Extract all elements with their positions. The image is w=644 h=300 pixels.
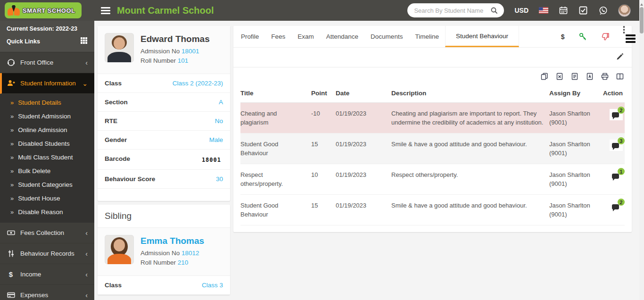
quick-links-grid-icon[interactable]	[80, 37, 88, 46]
comments-button[interactable]: 2	[610, 201, 623, 212]
edit-pencil-icon[interactable]	[616, 53, 623, 62]
cell-assign-by: Jason Sharlton (9001)	[549, 164, 596, 195]
sidebar-toggle-icon[interactable]	[101, 7, 110, 14]
cell-date: 01/19/2023	[336, 103, 391, 133]
sidebar-subitem-online-admission[interactable]: »Online Admission	[0, 123, 94, 137]
print-icon[interactable]	[600, 72, 610, 81]
scroll-up-arrow-icon[interactable]	[640, 2, 643, 6]
scrollbar-thumb[interactable]	[640, 7, 644, 33]
sidebar-item-income[interactable]: Income ‹	[0, 264, 94, 285]
calendar-icon[interactable]	[559, 6, 568, 15]
search-input[interactable]	[414, 7, 489, 14]
double-arrow-icon: »	[10, 99, 14, 106]
chat-phone-icon[interactable]	[598, 6, 608, 15]
export-csv-icon[interactable]	[570, 72, 580, 81]
admission-no-value[interactable]: 18001	[182, 48, 199, 55]
sidebar-item-behaviour-records[interactable]: Behaviour Records ‹	[0, 243, 94, 264]
current-session-label: Current Session: 2022-23	[7, 25, 88, 32]
currency-selector[interactable]: USD	[514, 7, 528, 14]
cell-description: Smile & have a good attitude and good be…	[391, 133, 549, 164]
sidebar-item-fees-collection[interactable]: Fees Collection ‹	[0, 223, 94, 243]
comment-count-badge: 2	[618, 199, 625, 206]
tab-attendance[interactable]: Attendance	[320, 26, 364, 47]
field-label: Class	[105, 80, 122, 87]
sidebar-subitem-disabled-students[interactable]: »Disabled Students	[0, 137, 94, 150]
quick-links-label: Quick Links	[7, 38, 40, 45]
admission-no-label: Admission No	[140, 250, 180, 257]
table-row: Respect others/property. 10 01/19/2023 R…	[240, 164, 625, 195]
book-pen-logo-icon	[8, 5, 20, 16]
field-value: A	[219, 99, 223, 106]
disable-thumbs-down-icon[interactable]	[594, 26, 616, 47]
todo-check-icon[interactable]	[578, 6, 588, 15]
tab-profile[interactable]: Profile	[235, 26, 265, 47]
sidebar-item-label: Behaviour Records	[20, 250, 85, 257]
comment-count-badge: 3	[618, 137, 625, 144]
school-name-title: Mount Carmel School	[117, 5, 214, 16]
page-scrollbar[interactable]	[639, 0, 644, 300]
export-pdf-icon[interactable]	[585, 72, 595, 81]
chevron-left-icon: ‹	[85, 59, 88, 66]
sidebar-item-front-office[interactable]: Front Office ‹	[0, 52, 94, 73]
column-header-action: Action	[596, 85, 625, 103]
table-row: Student Good Behaviour 15 01/19/2023 Smi…	[240, 133, 625, 164]
search-icon[interactable]	[489, 6, 499, 15]
comments-button[interactable]: 3	[610, 140, 623, 151]
sidebar-subitem-student-details[interactable]: »Student Details	[0, 96, 94, 109]
comments-button[interactable]: 2	[610, 109, 623, 120]
sidebar-subitem-student-categories[interactable]: »Student Categories	[0, 178, 94, 192]
table-row: Cheating and plagiarism -10 01/19/2023 C…	[240, 103, 625, 133]
sidebar-item-student-information[interactable]: Student Information ⌄	[0, 73, 94, 94]
export-copy-icon[interactable]	[539, 72, 550, 81]
double-arrow-icon: »	[10, 167, 14, 175]
column-header-assign-by[interactable]: Assign By	[549, 85, 596, 103]
fees-dollar-icon[interactable]: $	[554, 26, 572, 47]
chevron-down-icon: ⌄	[82, 80, 88, 87]
menu-bars-icon[interactable]	[626, 34, 636, 43]
cell-assign-by: Jason Sharlton (9001)	[549, 103, 596, 133]
sidebar-subitem-disable-reason[interactable]: »Disable Reason	[0, 205, 94, 219]
comments-button[interactable]: 1	[610, 170, 623, 182]
admission-no-label: Admission No	[140, 48, 180, 55]
field-row-sibling-class: Class Class 3	[98, 276, 230, 295]
column-header-title[interactable]: Title	[240, 85, 311, 103]
login-key-icon[interactable]	[572, 26, 594, 47]
export-excel-icon[interactable]	[554, 72, 565, 81]
user-avatar[interactable]	[618, 4, 631, 17]
subitem-label: Bulk Delete	[18, 167, 50, 175]
tab-exam[interactable]: Exam	[291, 26, 320, 47]
sidebar-subitem-bulk-delete[interactable]: »Bulk Delete	[0, 164, 94, 178]
roll-number-value: 101	[178, 57, 189, 64]
tab-timeline[interactable]: Timeline	[409, 26, 445, 47]
cell-title: Student Good Behaviour	[240, 195, 311, 225]
subitem-label: Student Details	[18, 99, 61, 106]
sidebar-subitem-student-admission[interactable]: »Student Admission	[0, 109, 94, 123]
field-label: Gender	[105, 136, 127, 143]
sibling-name-link[interactable]: Emma Thomas	[140, 236, 204, 246]
banknote-icon	[7, 229, 15, 237]
roll-number-value: 210	[178, 259, 189, 266]
tab-fees[interactable]: Fees	[265, 26, 291, 47]
tab-student-behaviour[interactable]: Student Behaviour	[445, 26, 519, 47]
roll-number-label: Roll Number	[140, 259, 176, 266]
comment-bubble-icon	[612, 112, 619, 117]
export-toolbar	[233, 67, 632, 84]
logo-text: SMART SCHOOL	[23, 7, 75, 14]
field-label: Barcode	[105, 155, 130, 162]
field-label: Class	[105, 282, 122, 289]
double-arrow-icon: »	[10, 113, 14, 120]
column-header-description[interactable]: Description	[391, 85, 549, 103]
column-visibility-icon[interactable]	[615, 72, 625, 81]
column-header-date[interactable]: Date	[336, 85, 391, 103]
tab-documents[interactable]: Documents	[364, 26, 409, 47]
app-logo[interactable]: SMART SCHOOL	[0, 0, 94, 21]
table-header-row: Title Point Date Description Assign By A…	[240, 85, 625, 103]
table-row: Student Good Behaviour 15 01/19/2023 Smi…	[240, 195, 625, 225]
sidebar-subitem-student-house[interactable]: »Student House	[0, 192, 94, 205]
sidebar-subitem-multi-class-student[interactable]: »Multi Class Student	[0, 150, 94, 164]
column-header-point[interactable]: Point	[311, 85, 336, 103]
chevron-left-icon: ‹	[85, 230, 88, 236]
cell-date: 01/19/2023	[336, 133, 391, 164]
language-flag-icon[interactable]	[539, 6, 548, 15]
sidebar-item-expenses[interactable]: Expenses ‹	[0, 285, 94, 300]
